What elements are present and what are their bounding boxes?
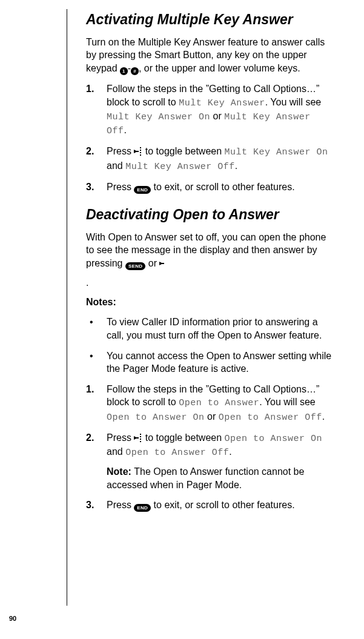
- step-text: . You will see: [259, 397, 316, 407]
- step-2-1: 1. Follow the steps in the ”Getting to C…: [86, 383, 334, 424]
- lcd-text: Open to Answer Off: [219, 412, 322, 423]
- lcd-text: Open to Answer On: [225, 434, 323, 444]
- step-1-3: 3. Press END to exit, or scroll to other…: [86, 180, 334, 194]
- note-text: To view Caller ID information prior to a…: [107, 317, 322, 340]
- key-end-icon: END: [134, 504, 151, 512]
- vertical-rule: [67, 9, 67, 606]
- lcd-text: Mult Key Answer On: [107, 112, 210, 122]
- step-number: 1.: [86, 82, 103, 96]
- lcd-text: Mult Key Answer: [179, 98, 265, 108]
- step-number: 3.: [86, 180, 103, 194]
- step-number: 1.: [86, 383, 103, 396]
- step-text: and: [107, 446, 125, 457]
- manual-page: 90 Activating Multiple Key Answer Turn o…: [0, 0, 364, 639]
- key-1-icon: 1: [120, 67, 128, 75]
- intro2-text-b: or: [145, 258, 159, 268]
- step-text: . You will see: [265, 97, 322, 107]
- rocker-icon: [159, 259, 168, 268]
- step-text: .: [124, 125, 127, 135]
- step-text: to toggle between: [142, 146, 224, 156]
- note-text: You cannot access the Open to Answer set…: [107, 351, 331, 374]
- content-column: Activating Multiple Key Answer Turn on t…: [73, 11, 334, 512]
- intro1-text-b: , or the upper and lower volume keys.: [139, 63, 300, 73]
- step-2-2: 2. Press to toggle between Open to Answe…: [86, 431, 334, 492]
- lcd-text: Open to Answer Off: [125, 448, 229, 458]
- bullet-icon: •: [90, 349, 93, 363]
- step-text: Press: [107, 146, 134, 156]
- step-text: .: [322, 411, 325, 422]
- heading-deactivating-ota: Deactivating Open to Answer: [86, 206, 334, 223]
- step-text: to exit, or scroll to other features.: [151, 500, 294, 510]
- step-text: or: [210, 111, 224, 121]
- step-1-2: 2. Press to toggle between Mult Key Answ…: [86, 145, 334, 173]
- step-text: Press: [107, 432, 134, 443]
- rocker-icon: [134, 147, 142, 156]
- bullet-icon: •: [90, 316, 93, 329]
- note-bullet-1: • To view Caller ID information prior to…: [86, 316, 334, 342]
- step-text: Press: [107, 500, 134, 510]
- intro-paragraph-2: With Open to Answer set to off, you can …: [86, 231, 334, 270]
- step-number: 2.: [86, 145, 103, 158]
- steps-list-1: 1. Follow the steps in the ”Getting to C…: [86, 82, 334, 194]
- step-number: 3.: [86, 498, 103, 512]
- step-1-1: 1. Follow the steps in the ”Getting to C…: [86, 82, 334, 137]
- note-label: Note:: [107, 466, 134, 477]
- rocker-icon: [134, 434, 142, 442]
- notes-list: • To view Caller ID information prior to…: [86, 316, 334, 375]
- notes-label: Notes:: [86, 296, 334, 309]
- step-text: and: [107, 161, 125, 171]
- key-send-icon: SEND: [125, 262, 145, 270]
- key-end-icon: END: [134, 186, 151, 194]
- intro2-text-c: .: [86, 277, 88, 288]
- steps-list-2: 1. Follow the steps in the ”Getting to C…: [86, 383, 334, 512]
- lcd-text: Open to Answer: [179, 398, 259, 408]
- intro-paragraph-1: Turn on the Multiple Key Answer feature …: [86, 36, 334, 75]
- lcd-text: Mult Key Answer On: [225, 147, 328, 157]
- step-text: .: [235, 161, 237, 171]
- key-hash-icon: #: [131, 67, 139, 75]
- step-text: Press: [107, 182, 134, 192]
- page-number: 90: [9, 615, 16, 622]
- heading-activating-mka: Activating Multiple Key Answer: [86, 11, 334, 28]
- step-text: or: [205, 411, 219, 422]
- inline-note: Note: The Open to Answer function cannot…: [107, 465, 334, 491]
- note-bullet-2: • You cannot access the Open to Answer s…: [86, 349, 334, 376]
- step-text: to toggle between: [142, 432, 224, 443]
- section-deactivating-ota: Deactivating Open to Answer With Open to…: [86, 206, 334, 512]
- step-number: 2.: [86, 431, 103, 445]
- lcd-text: Mult Key Answer Off: [125, 162, 235, 172]
- step-2-3: 3. Press END to exit, or scroll to other…: [86, 498, 334, 512]
- step-text: to exit, or scroll to other features.: [151, 182, 294, 192]
- note-body: The Open to Answer function cannot be ac…: [107, 466, 304, 490]
- intro2-text-a: With Open to Answer set to off, you can …: [86, 232, 326, 268]
- step-text: .: [229, 446, 231, 457]
- lcd-text: Open to Answer On: [107, 412, 205, 423]
